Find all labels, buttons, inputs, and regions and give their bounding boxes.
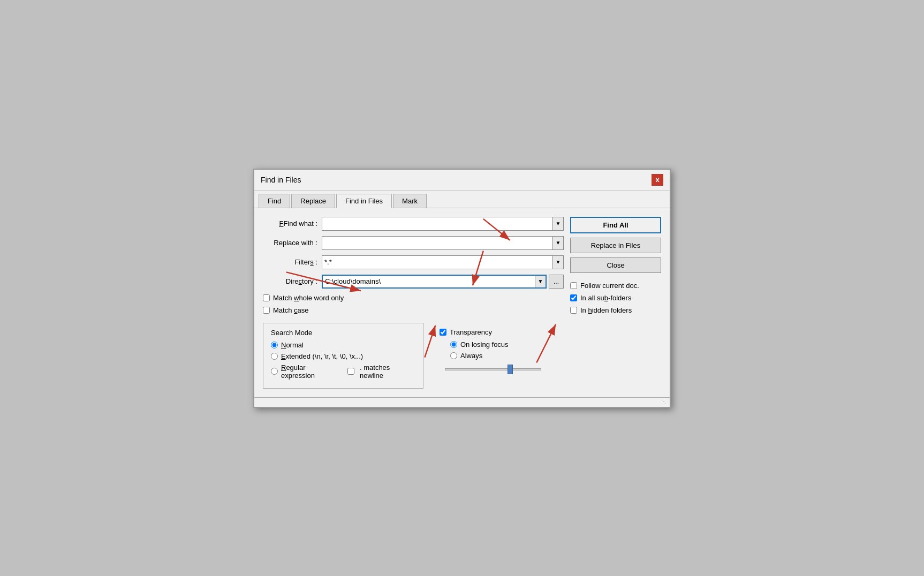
- filters-combo[interactable]: ▼: [322, 255, 564, 269]
- slider-wrapper: [440, 364, 654, 375]
- radio-always-label: Always: [460, 352, 482, 360]
- radio-extended[interactable]: [271, 353, 278, 360]
- search-mode-title: Search Mode: [271, 329, 415, 337]
- radio-regexp-row: Regular expression . matches newline: [271, 363, 415, 380]
- transparency-label-row: Transparency: [440, 328, 654, 336]
- directory-row: Directory : ▼ ...: [263, 275, 564, 289]
- replace-with-combo[interactable]: ▼: [322, 236, 564, 250]
- form-area: FFind what : ▼ Replace with : ▼: [263, 217, 661, 319]
- replace-with-row: Replace with : ▼: [263, 236, 564, 250]
- directory-input[interactable]: [323, 276, 535, 286]
- dialog-title: Find in Files: [261, 176, 301, 184]
- find-what-row: FFind what : ▼: [263, 217, 564, 231]
- find-what-label: FFind what :: [263, 219, 322, 228]
- filters-dropdown[interactable]: ▼: [552, 256, 563, 269]
- transparency-checkbox[interactable]: [440, 329, 446, 336]
- always-row: Always: [450, 352, 654, 360]
- find-what-combo[interactable]: ▼: [322, 217, 564, 231]
- match-case-checkbox[interactable]: [263, 307, 270, 314]
- tab-find[interactable]: Find: [259, 194, 290, 208]
- tab-mark[interactable]: Mark: [393, 194, 427, 208]
- right-options: Follow current doc. In all sub-folders I…: [570, 282, 661, 319]
- match-whole-word-row: Match whole word only: [263, 294, 564, 302]
- status-bar: ⋱: [254, 397, 670, 407]
- in-all-subfolders-label: In all sub-folders: [580, 294, 631, 302]
- browse-button[interactable]: ...: [549, 275, 564, 289]
- tab-find-in-files[interactable]: Find in Files: [336, 194, 392, 208]
- close-button[interactable]: x: [652, 174, 663, 186]
- in-all-subfolders-row: In all sub-folders: [570, 294, 661, 302]
- in-all-subfolders-checkbox[interactable]: [570, 294, 577, 301]
- replace-with-label: Replace with :: [263, 239, 322, 247]
- radio-always[interactable]: [450, 352, 457, 359]
- find-in-files-dialog: Find in Files x Find Replace Find in Fil…: [253, 169, 671, 408]
- filters-input[interactable]: [322, 257, 552, 267]
- search-mode-box: Search Mode Normal Extended (\n, \r, \t,…: [263, 323, 423, 389]
- transparency-box: Transparency On losing focus Always: [432, 323, 661, 389]
- transparency-slider-track: [445, 364, 541, 375]
- title-bar: Find in Files x: [254, 170, 670, 191]
- find-what-input[interactable]: [322, 218, 552, 229]
- replace-in-files-button[interactable]: Replace in Files: [570, 238, 661, 253]
- filters-label: Filters :: [263, 258, 322, 266]
- match-whole-word-checkbox[interactable]: [263, 294, 270, 301]
- follow-current-doc-row: Follow current doc.: [570, 282, 661, 290]
- filters-row: Filters : ▼: [263, 255, 564, 269]
- replace-with-dropdown[interactable]: ▼: [552, 237, 563, 249]
- replace-with-input[interactable]: [322, 238, 552, 248]
- matches-newline-checkbox[interactable]: [347, 368, 354, 375]
- radio-on-losing-focus[interactable]: [450, 341, 457, 348]
- tab-replace[interactable]: Replace: [291, 194, 335, 208]
- match-case-row: Match case: [263, 306, 564, 314]
- radio-normal-row: Normal: [271, 341, 415, 349]
- directory-dropdown[interactable]: ▼: [535, 276, 546, 287]
- dialog-content: FFind what : ▼ Replace with : ▼: [254, 208, 670, 397]
- form-right: Find All Replace in Files Close Follow c…: [570, 217, 661, 319]
- in-hidden-folders-label: In hidden folders: [580, 306, 632, 314]
- form-fields: FFind what : ▼ Replace with : ▼: [263, 217, 564, 319]
- bottom-area: Search Mode Normal Extended (\n, \r, \t,…: [263, 323, 661, 389]
- in-hidden-folders-checkbox[interactable]: [570, 307, 577, 314]
- radio-extended-row: Extended (\n, \r, \t, \0, \x...): [271, 352, 415, 360]
- matches-newline-label: . matches newline: [360, 363, 415, 380]
- transparency-label: Transparency: [450, 328, 492, 336]
- radio-on-losing-focus-label: On losing focus: [460, 340, 509, 348]
- in-hidden-folders-row: In hidden folders: [570, 306, 661, 314]
- radio-normal[interactable]: [271, 342, 278, 348]
- radio-regexp-label: Regular expression: [281, 363, 341, 380]
- directory-combo[interactable]: ▼: [322, 275, 547, 289]
- radio-regexp[interactable]: [271, 368, 278, 375]
- on-losing-focus-row: On losing focus: [450, 340, 654, 348]
- radio-extended-label: Extended (\n, \r, \t, \0, \x...): [281, 352, 363, 360]
- find-what-dropdown[interactable]: ▼: [552, 217, 563, 230]
- resize-grip: ⋱: [661, 399, 668, 405]
- transparency-slider-thumb[interactable]: [508, 365, 513, 374]
- match-case-label: Match case: [273, 306, 308, 314]
- follow-current-doc-checkbox[interactable]: [570, 282, 577, 289]
- match-whole-word-label: Match whole word only: [273, 294, 344, 302]
- tab-bar: Find Replace Find in Files Mark: [254, 191, 670, 208]
- follow-current-doc-label: Follow current doc.: [580, 282, 639, 290]
- matches-newline-row: . matches newline: [347, 363, 415, 380]
- find-all-button[interactable]: Find All: [570, 217, 661, 233]
- close-dialog-button[interactable]: Close: [570, 257, 661, 273]
- slider-background: [445, 368, 541, 370]
- radio-normal-label: Normal: [281, 341, 304, 349]
- directory-label: Directory :: [263, 277, 322, 285]
